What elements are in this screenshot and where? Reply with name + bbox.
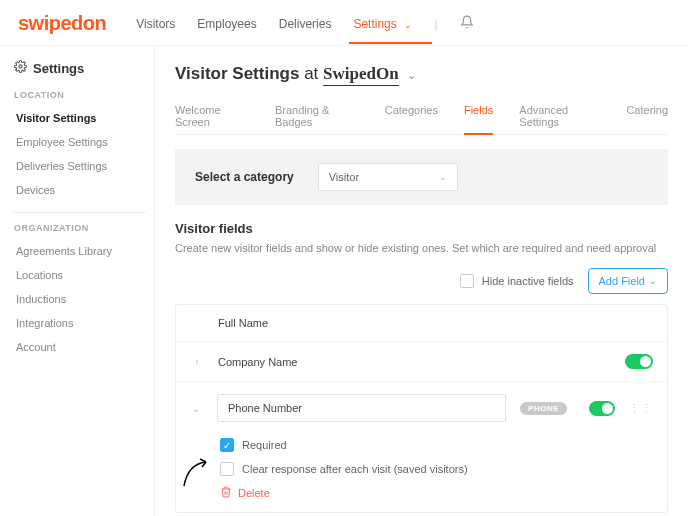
hide-inactive-label: Hide inactive fields bbox=[482, 275, 574, 287]
toggle-company[interactable] bbox=[625, 354, 653, 369]
page-title-prefix: Visitor Settings bbox=[175, 64, 299, 83]
field-label: Full Name bbox=[218, 317, 268, 329]
gear-icon bbox=[14, 60, 27, 76]
clear-response-row[interactable]: Clear response after each visit (saved v… bbox=[220, 462, 653, 476]
chevron-down-icon: ⌄ bbox=[439, 172, 447, 182]
tab-welcome-screen[interactable]: Welcome Screen bbox=[175, 98, 249, 134]
main-content: Visitor Settings at SwipedOn ⌄ Welcome S… bbox=[155, 46, 688, 516]
page-title-brand[interactable]: SwipedOn bbox=[323, 64, 399, 86]
nav-employees[interactable]: Employees bbox=[197, 17, 256, 31]
page-title-at: at bbox=[304, 64, 318, 83]
nav-deliveries[interactable]: Deliveries bbox=[279, 17, 332, 31]
logo: swipedon bbox=[18, 12, 106, 35]
section-heading: Visitor fields bbox=[175, 221, 668, 236]
category-label: Select a category bbox=[195, 170, 294, 184]
chevron-down-icon[interactable]: ⌄ bbox=[190, 403, 203, 414]
tab-categories[interactable]: Categories bbox=[385, 98, 438, 134]
annotation-arrow-icon bbox=[178, 452, 218, 492]
chevron-down-icon: ⌄ bbox=[649, 276, 657, 286]
delete-label: Delete bbox=[238, 487, 270, 499]
toggle-phone[interactable] bbox=[589, 401, 615, 416]
checkbox-icon[interactable] bbox=[460, 274, 474, 288]
nav-visitors[interactable]: Visitors bbox=[136, 17, 175, 31]
tab-fields[interactable]: Fields bbox=[464, 98, 493, 135]
delete-button[interactable]: Delete bbox=[220, 486, 653, 500]
sidebar-group-location: LOCATION bbox=[14, 90, 146, 100]
tab-catering[interactable]: Catering bbox=[626, 98, 668, 134]
chevron-right-icon[interactable]: › bbox=[190, 356, 204, 367]
divider: | bbox=[434, 16, 437, 31]
sidebar-item-employee-settings[interactable]: Employee Settings bbox=[14, 130, 146, 154]
checkbox-checked-icon[interactable]: ✓ bbox=[220, 438, 234, 452]
field-row-fullname[interactable]: Full Name bbox=[176, 305, 667, 342]
add-field-button[interactable]: Add Field ⌄ bbox=[588, 268, 668, 294]
tabs: Welcome Screen Branding & Badges Categor… bbox=[175, 98, 668, 135]
top-nav: swipedon Visitors Employees Deliveries S… bbox=[0, 0, 688, 46]
checkbox-icon[interactable] bbox=[220, 462, 234, 476]
sidebar-title-text: Settings bbox=[33, 61, 84, 76]
field-row-company[interactable]: › Company Name bbox=[176, 342, 667, 382]
phone-pill: PHONE bbox=[520, 402, 567, 415]
category-select[interactable]: Visitor ⌄ bbox=[318, 163, 458, 191]
sidebar-item-devices[interactable]: Devices bbox=[14, 178, 146, 202]
field-row-phone-expanded: ✓ Required Clear response after each vis… bbox=[176, 434, 667, 512]
tab-advanced[interactable]: Advanced Settings bbox=[519, 98, 600, 134]
sidebar-item-locations[interactable]: Locations bbox=[14, 263, 146, 287]
top-nav-items: Visitors Employees Deliveries Settings ⌄… bbox=[136, 15, 473, 32]
chevron-down-icon[interactable]: ⌄ bbox=[407, 69, 416, 81]
field-row-phone[interactable]: ⌄ PHONE ⋮⋮ bbox=[176, 382, 667, 434]
sidebar-divider bbox=[14, 212, 146, 213]
sidebar-item-deliveries-settings[interactable]: Deliveries Settings bbox=[14, 154, 146, 178]
sidebar-group-org: ORGANIZATION bbox=[14, 223, 146, 233]
sidebar-item-inductions[interactable]: Inductions bbox=[14, 287, 146, 311]
add-field-label: Add Field bbox=[599, 275, 645, 287]
nav-settings-label: Settings bbox=[353, 17, 396, 31]
trash-icon bbox=[220, 486, 232, 500]
sidebar-title: Settings bbox=[14, 60, 146, 76]
sidebar-item-agreements[interactable]: Agreements Library bbox=[14, 239, 146, 263]
fields-toolbar: Hide inactive fields Add Field ⌄ bbox=[175, 268, 668, 294]
nav-settings[interactable]: Settings ⌄ bbox=[353, 17, 412, 31]
clear-label: Clear response after each visit (saved v… bbox=[242, 463, 468, 475]
field-list: Full Name › Company Name ⌄ PHONE ⋮⋮ ✓ Re… bbox=[175, 304, 668, 513]
sidebar-item-account[interactable]: Account bbox=[14, 335, 146, 359]
drag-handle-icon[interactable]: ⋮⋮ bbox=[629, 402, 653, 415]
required-row[interactable]: ✓ Required bbox=[220, 438, 653, 452]
category-value: Visitor bbox=[329, 171, 359, 183]
hide-inactive-row[interactable]: Hide inactive fields bbox=[460, 274, 574, 288]
tab-branding[interactable]: Branding & Badges bbox=[275, 98, 359, 134]
phone-field-input[interactable] bbox=[217, 394, 506, 422]
page-title: Visitor Settings at SwipedOn ⌄ bbox=[175, 64, 668, 84]
section-sub: Create new visitor fields and show or hi… bbox=[175, 242, 668, 254]
svg-point-0 bbox=[19, 65, 22, 68]
bell-icon[interactable] bbox=[460, 15, 474, 32]
category-bar: Select a category Visitor ⌄ bbox=[175, 149, 668, 205]
required-label: Required bbox=[242, 439, 287, 451]
sidebar-item-integrations[interactable]: Integrations bbox=[14, 311, 146, 335]
sidebar-item-visitor-settings[interactable]: Visitor Settings bbox=[14, 106, 146, 130]
field-label: Company Name bbox=[218, 356, 297, 368]
sidebar: Settings LOCATION Visitor Settings Emplo… bbox=[0, 46, 155, 516]
chevron-down-icon: ⌄ bbox=[404, 20, 412, 30]
